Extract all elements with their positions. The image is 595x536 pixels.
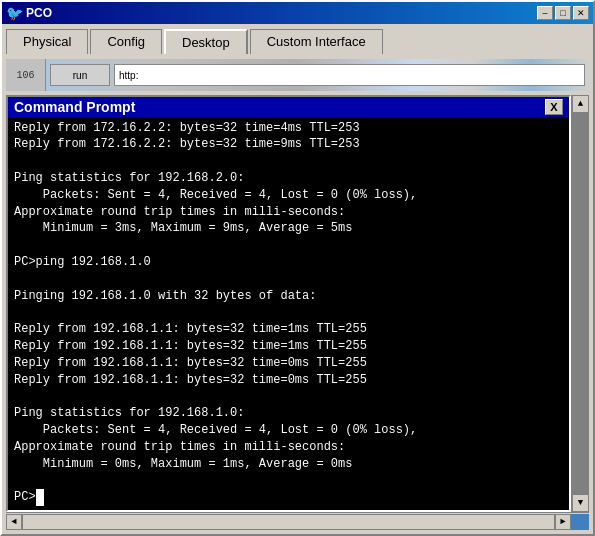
outer-scroll-down-btn[interactable]: ▼ [572, 494, 589, 512]
scroll-left-btn[interactable]: ◄ [6, 514, 22, 530]
bottom-scrollbar: ◄ ► [6, 512, 589, 530]
minimize-button[interactable]: – [537, 6, 553, 20]
toolbar-area: 106 run http: [6, 57, 589, 93]
outer-scroll-track[interactable] [572, 113, 589, 494]
address-bar[interactable]: http: [114, 64, 585, 86]
title-bar-left: 🐦 PCO [6, 5, 52, 21]
toolbar-middle: run http: [46, 59, 589, 91]
tab-physical[interactable]: Physical [6, 29, 88, 54]
maximize-button[interactable]: □ [555, 6, 571, 20]
toolbar-num: 106 [6, 59, 46, 91]
content-row: Command Prompt X Reply from 172.16.2.2: … [6, 95, 589, 512]
run-btn[interactable]: run [50, 64, 110, 86]
h-scroll-track[interactable] [22, 514, 555, 530]
cmd-title-bar: Command Prompt X [8, 97, 569, 117]
main-window: 🐦 PCO – □ ✕ Physical Config Desktop Cust… [0, 0, 595, 536]
toolbar-image: 106 run http: [6, 59, 589, 91]
window-title: PCO [26, 6, 52, 20]
scroll-right-btn[interactable]: ► [555, 514, 571, 530]
cursor [36, 489, 44, 506]
title-bar-buttons: – □ ✕ [537, 6, 589, 20]
cmd-close-button[interactable]: X [545, 99, 563, 115]
scroll-corner [571, 514, 589, 530]
close-button[interactable]: ✕ [573, 6, 589, 20]
tab-desktop[interactable]: Desktop [164, 29, 248, 54]
outer-scroll-up-btn[interactable]: ▲ [572, 95, 589, 113]
main-content: 106 run http: Command Prompt X Reply fro… [2, 53, 593, 534]
outer-right-scrollbar: ▲ ▼ [571, 95, 589, 512]
cmd-title-text: Command Prompt [14, 99, 135, 115]
app-icon: 🐦 [6, 5, 22, 21]
tab-config[interactable]: Config [90, 29, 162, 54]
cmd-terminal[interactable]: Reply from 172.16.2.2: bytes=32 time=3ms… [8, 117, 569, 510]
title-bar: 🐦 PCO – □ ✕ [2, 2, 593, 24]
tab-bar: Physical Config Desktop Custom Interface [2, 24, 593, 53]
cmd-window: Command Prompt X Reply from 172.16.2.2: … [6, 95, 571, 512]
tab-custom-interface[interactable]: Custom Interface [250, 29, 383, 54]
